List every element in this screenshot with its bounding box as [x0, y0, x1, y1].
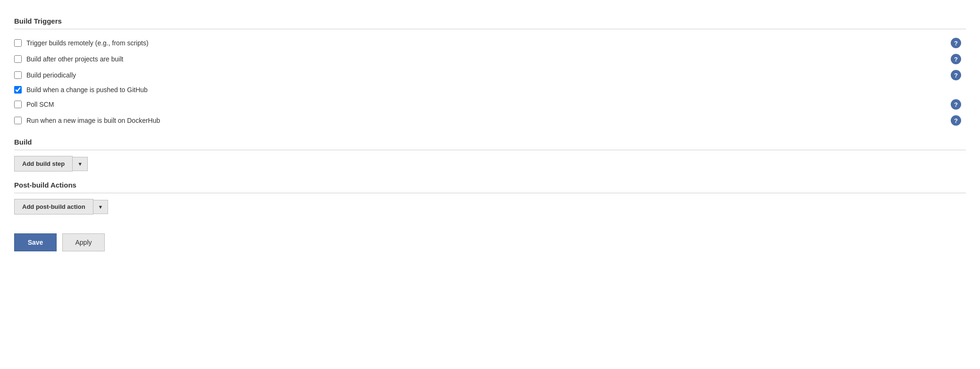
trigger-right-trigger-after-other: ? — [951, 54, 966, 64]
checkbox-trigger-periodically[interactable] — [14, 71, 22, 79]
label-trigger-poll-scm: Poll SCM — [26, 101, 54, 108]
post-build-section: Post-build Actions Add post-build action… — [14, 181, 966, 215]
checkbox-trigger-poll-scm[interactable] — [14, 101, 22, 108]
help-icon-trigger-periodically[interactable]: ? — [951, 70, 961, 80]
help-icon-trigger-poll-scm[interactable]: ? — [951, 99, 961, 110]
triggers-list: Trigger builds remotely (e.g., from scri… — [14, 35, 966, 129]
label-trigger-after-other: Build after other projects are built — [26, 55, 123, 63]
help-icon-trigger-remote[interactable]: ? — [951, 38, 961, 48]
trigger-left-trigger-poll-scm: Poll SCM — [14, 101, 54, 108]
build-divider — [14, 150, 966, 150]
build-triggers-title: Build Triggers — [14, 17, 966, 25]
checkbox-trigger-dockerhub[interactable] — [14, 117, 22, 124]
add-post-build-action-group: Add post-build action ▼ — [14, 199, 966, 215]
help-icon-trigger-after-other[interactable]: ? — [951, 54, 961, 64]
trigger-row-trigger-periodically: Build periodically? — [14, 67, 966, 83]
post-build-divider — [14, 193, 966, 193]
add-build-step-arrow[interactable]: ▼ — [73, 157, 88, 171]
trigger-row-trigger-after-other: Build after other projects are built? — [14, 51, 966, 67]
add-post-build-action-button[interactable]: Add post-build action — [14, 199, 93, 215]
trigger-row-trigger-poll-scm: Poll SCM? — [14, 96, 966, 112]
build-title: Build — [14, 138, 966, 146]
save-button[interactable]: Save — [14, 233, 57, 251]
add-build-step-button[interactable]: Add build step — [14, 156, 73, 172]
label-trigger-github: Build when a change is pushed to GitHub — [26, 86, 148, 94]
post-build-title: Post-build Actions — [14, 181, 966, 189]
action-buttons: Save Apply — [14, 229, 966, 251]
trigger-right-trigger-periodically: ? — [951, 70, 966, 80]
checkbox-trigger-remote[interactable] — [14, 39, 22, 47]
trigger-right-trigger-dockerhub: ? — [951, 115, 966, 126]
trigger-left-trigger-remote: Trigger builds remotely (e.g., from scri… — [14, 39, 149, 47]
add-build-step-group: Add build step ▼ — [14, 156, 966, 172]
trigger-left-trigger-after-other: Build after other projects are built — [14, 55, 123, 63]
trigger-row-trigger-dockerhub: Run when a new image is built on DockerH… — [14, 112, 966, 129]
trigger-row-trigger-remote: Trigger builds remotely (e.g., from scri… — [14, 35, 966, 51]
checkbox-trigger-after-other[interactable] — [14, 55, 22, 63]
label-trigger-remote: Trigger builds remotely (e.g., from scri… — [26, 39, 149, 47]
trigger-right-trigger-remote: ? — [951, 38, 966, 48]
build-triggers-section: Build Triggers Trigger builds remotely (… — [14, 17, 966, 129]
trigger-left-trigger-periodically: Build periodically — [14, 71, 76, 79]
trigger-right-trigger-poll-scm: ? — [951, 99, 966, 110]
help-icon-trigger-dockerhub[interactable]: ? — [951, 115, 961, 126]
trigger-left-trigger-github: Build when a change is pushed to GitHub — [14, 86, 148, 94]
add-post-build-action-arrow[interactable]: ▼ — [93, 200, 109, 214]
label-trigger-periodically: Build periodically — [26, 71, 76, 79]
build-section: Build Add build step ▼ — [14, 138, 966, 172]
apply-button[interactable]: Apply — [62, 233, 105, 251]
label-trigger-dockerhub: Run when a new image is built on DockerH… — [26, 117, 160, 124]
checkbox-trigger-github[interactable] — [14, 86, 22, 94]
trigger-left-trigger-dockerhub: Run when a new image is built on DockerH… — [14, 117, 160, 124]
build-triggers-divider — [14, 29, 966, 29]
trigger-row-trigger-github: Build when a change is pushed to GitHub — [14, 83, 966, 96]
